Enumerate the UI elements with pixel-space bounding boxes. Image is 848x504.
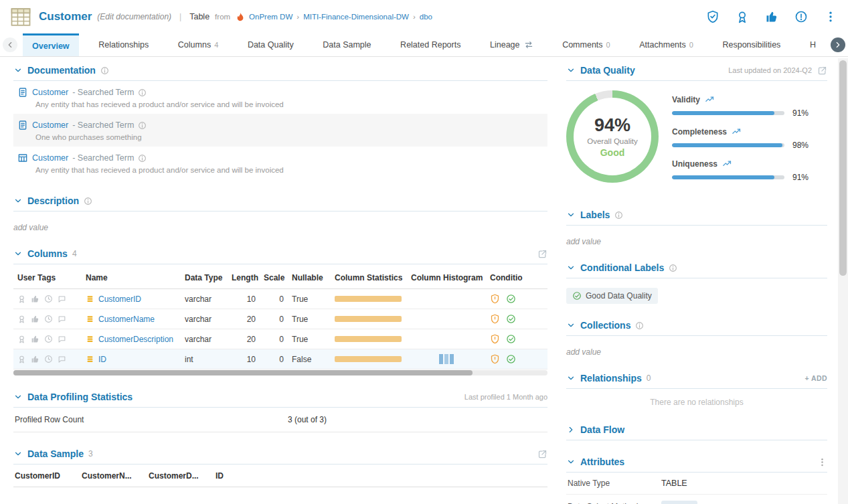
columns-title[interactable]: Columns <box>27 248 68 259</box>
thumbs-up-icon[interactable] <box>31 355 39 363</box>
column-link[interactable]: CustomerDescription <box>86 335 177 344</box>
tab-data-sample[interactable]: Data Sample <box>313 33 380 56</box>
edit-documentation-link[interactable]: (Edit documentation) <box>97 12 171 21</box>
chevron-down-icon[interactable] <box>13 392 23 402</box>
shield-warning-icon[interactable] <box>490 294 500 304</box>
breadcrumb-source[interactable]: OnPrem DW <box>249 13 292 21</box>
conditional-label-chip[interactable]: Good Data Quality <box>566 288 658 304</box>
chevron-down-icon[interactable] <box>566 210 576 220</box>
external-link-icon[interactable] <box>537 249 547 259</box>
tab-attachments[interactable]: Attachments0 <box>630 33 703 56</box>
check-circle-icon[interactable] <box>506 354 516 364</box>
tab-history[interactable]: H <box>800 33 825 56</box>
chevron-down-icon[interactable] <box>13 249 23 258</box>
thumbs-up-icon[interactable] <box>765 10 778 23</box>
column-statistics-bar[interactable] <box>335 316 402 322</box>
breadcrumb-schema[interactable]: dbo <box>420 13 432 21</box>
trend-up-icon[interactable] <box>722 159 732 169</box>
description-add-value[interactable]: add value <box>13 223 547 232</box>
page-vertical-scrollbar[interactable] <box>838 58 848 504</box>
shield-warning-icon[interactable] <box>490 334 500 344</box>
tabs-scroll-right-button[interactable] <box>828 33 848 56</box>
comment-icon[interactable] <box>58 315 66 323</box>
info-icon[interactable] <box>669 264 677 272</box>
info-icon[interactable] <box>138 154 147 163</box>
shield-check-icon[interactable] <box>706 10 719 23</box>
clock-icon[interactable] <box>44 335 53 343</box>
chevron-down-icon[interactable] <box>13 196 23 205</box>
trend-up-icon[interactable] <box>732 127 742 137</box>
labels-title[interactable]: Labels <box>580 209 610 220</box>
external-link-icon[interactable] <box>537 449 547 459</box>
column-histogram[interactable] <box>411 354 482 364</box>
column-statistics-bar[interactable] <box>335 296 402 302</box>
term-link[interactable]: Customer <box>32 88 68 97</box>
chevron-down-icon[interactable] <box>13 449 23 458</box>
clock-icon[interactable] <box>44 315 53 323</box>
thumbs-up-icon[interactable] <box>31 335 39 343</box>
tab-related-reports[interactable]: Related Reports <box>391 33 470 56</box>
tab-comments[interactable]: Comments0 <box>553 33 620 56</box>
chevron-down-icon[interactable] <box>566 457 576 467</box>
scrollbar-thumb[interactable] <box>839 60 847 276</box>
collections-title[interactable]: Collections <box>580 320 630 331</box>
data-quality-title[interactable]: Data Quality <box>580 65 635 76</box>
column-link[interactable]: ID <box>86 355 177 364</box>
add-relationship-button[interactable]: + ADD <box>805 374 827 382</box>
info-icon[interactable] <box>138 88 147 97</box>
info-icon[interactable] <box>138 121 147 130</box>
comment-icon[interactable] <box>58 335 66 343</box>
comment-icon[interactable] <box>58 355 66 363</box>
chevron-down-icon[interactable] <box>13 66 23 75</box>
chevron-down-icon[interactable] <box>566 66 576 75</box>
info-icon[interactable] <box>84 197 92 205</box>
column-link[interactable]: CustomerID <box>86 295 177 304</box>
info-icon[interactable] <box>100 66 109 75</box>
tab-lineage[interactable]: Lineage <box>481 33 543 56</box>
thumbs-up-icon[interactable] <box>31 315 39 323</box>
check-circle-icon[interactable] <box>506 334 516 344</box>
data-sample-title[interactable]: Data Sample <box>27 448 84 459</box>
collections-add-value[interactable]: add value <box>566 347 827 357</box>
conditional-labels-title[interactable]: Conditional Labels <box>580 262 664 273</box>
quality-badge-icon[interactable] <box>736 10 749 23</box>
info-icon[interactable] <box>614 211 623 220</box>
chevron-right-icon[interactable] <box>566 425 576 434</box>
description-title[interactable]: Description <box>27 195 79 206</box>
info-icon[interactable] <box>635 321 644 330</box>
tab-columns[interactable]: Columns4 <box>169 33 228 56</box>
check-circle-icon[interactable] <box>506 314 516 324</box>
medal-icon[interactable] <box>17 315 26 323</box>
columns-horizontal-scrollbar[interactable] <box>13 370 547 375</box>
attributes-title[interactable]: Attributes <box>580 456 624 467</box>
clock-icon[interactable] <box>44 355 53 363</box>
shield-warning-icon[interactable] <box>490 314 500 324</box>
breadcrumb-database[interactable]: MITI-Finance-Dimensional-DW <box>303 13 409 21</box>
alert-circle-icon[interactable] <box>794 10 808 23</box>
term-link[interactable]: Customer <box>32 120 68 130</box>
relationships-title[interactable]: Relationships <box>580 373 642 384</box>
documentation-title[interactable]: Documentation <box>27 65 96 76</box>
chevron-down-icon[interactable] <box>566 373 576 383</box>
tabs-scroll-left-button[interactable] <box>0 33 20 56</box>
profiling-title[interactable]: Data Profiling Statistics <box>27 392 133 402</box>
chevron-down-icon[interactable] <box>566 263 576 272</box>
trend-up-icon[interactable] <box>705 94 715 104</box>
chevron-down-icon[interactable] <box>566 321 576 330</box>
column-statistics-bar[interactable] <box>335 336 402 342</box>
kebab-menu-icon[interactable] <box>824 10 837 23</box>
tab-responsibilities[interactable]: Responsibilities <box>713 33 790 56</box>
kebab-menu-icon[interactable] <box>817 457 827 467</box>
tab-data-quality[interactable]: Data Quality <box>238 33 303 56</box>
check-circle-icon[interactable] <box>506 294 516 304</box>
medal-icon[interactable] <box>17 295 26 303</box>
clock-icon[interactable] <box>44 295 53 303</box>
tab-relationships[interactable]: Relationships <box>89 33 158 56</box>
medal-icon[interactable] <box>17 335 26 343</box>
thumbs-up-icon[interactable] <box>31 295 39 303</box>
column-statistics-bar[interactable] <box>335 356 402 362</box>
tab-overview[interactable]: Overview <box>23 33 79 56</box>
data-flow-title[interactable]: Data Flow <box>580 424 624 435</box>
medal-icon[interactable] <box>17 355 26 363</box>
column-link[interactable]: CustomerName <box>86 315 177 324</box>
